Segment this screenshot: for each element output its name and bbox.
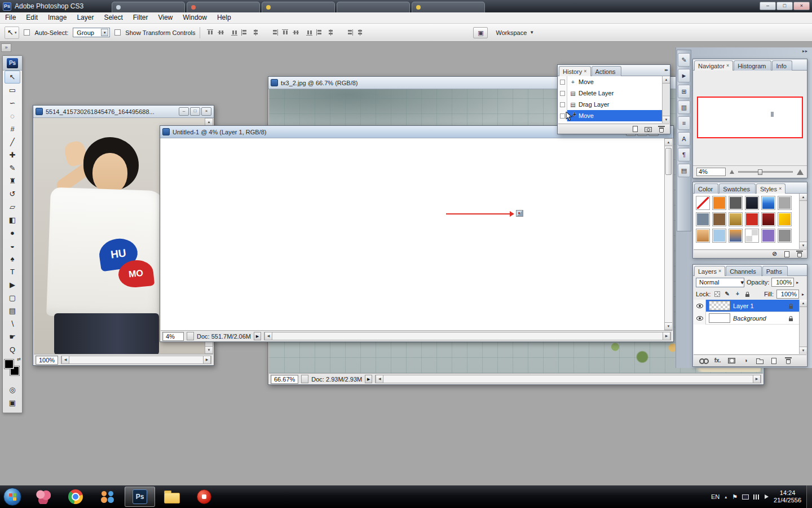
zoom-out-icon[interactable] [730, 170, 734, 174]
zoom-slider-thumb[interactable] [758, 169, 762, 175]
clone-stamp-tool[interactable]: ♜ [5, 174, 20, 187]
action-center-icon[interactable]: ⚑ [732, 493, 738, 501]
distribute-left-edges-icon[interactable] [316, 29, 324, 36]
zoom-tool[interactable]: Q [5, 343, 20, 356]
scroll-right-icon[interactable]: ▶ [203, 356, 211, 364]
new-style-icon[interactable] [783, 250, 791, 259]
style-transparent[interactable] [745, 229, 759, 243]
distribute-vertical-centers-icon[interactable] [292, 29, 300, 36]
info-panel-icon[interactable]: ▤ [678, 164, 690, 177]
swap-colors-icon[interactable]: ⇄ [17, 357, 21, 362]
horizontal-scrollbar[interactable]: ◀ ▶ [61, 356, 211, 364]
taskbar-red-app[interactable] [189, 487, 219, 507]
align-vertical-centers-icon[interactable] [217, 29, 225, 36]
horizontal-scrollbar[interactable]: ◀ ▶ [375, 375, 761, 383]
display-icon[interactable] [742, 494, 749, 500]
brush-tool[interactable]: ✎ [5, 161, 20, 174]
history-brush-tool[interactable]: ↺ [5, 187, 20, 200]
panel-tab[interactable]: Info [772, 60, 792, 71]
show-transform-controls-checkbox[interactable] [114, 29, 121, 36]
history-source-well[interactable] [558, 87, 567, 99]
volume-icon[interactable] [765, 494, 769, 499]
panel-tab[interactable]: Paths [762, 266, 788, 276]
panel-tab[interactable]: History× [559, 66, 591, 76]
scrollbar-thumb[interactable] [665, 148, 672, 175]
panel-tab[interactable]: Channels [726, 266, 761, 276]
layer-name[interactable]: Background [733, 315, 766, 322]
new-document-from-state-icon[interactable] [632, 125, 639, 133]
tool-presets-panel-icon[interactable]: ► [678, 69, 690, 82]
align-bottom-edges-icon[interactable] [230, 29, 239, 36]
close-button[interactable]: × [793, 2, 810, 10]
scroll-left-icon[interactable]: ◀ [264, 332, 272, 340]
style-purple[interactable] [761, 229, 775, 243]
auto-select-mode-dropdown[interactable]: Group ▾ [73, 28, 110, 37]
palette-well-toggle[interactable]: » [1, 43, 11, 52]
collapse-dock-icon[interactable]: ▸▸ [802, 49, 808, 54]
brushes-panel-icon[interactable]: ✎ [678, 53, 690, 67]
style-yellow[interactable] [778, 212, 792, 226]
fill-value[interactable]: 100% [776, 290, 799, 299]
menu-item[interactable]: Filter [128, 12, 153, 23]
distribute-bottom-edges-icon[interactable] [305, 29, 314, 36]
horizontal-scrollbar[interactable]: ◀ ▶ [264, 332, 671, 340]
menu-item[interactable]: Layer [72, 12, 99, 23]
layer-style-icon[interactable]: fx. [714, 357, 721, 365]
panel-scrollbar[interactable]: ▲ ▼ [799, 300, 806, 354]
lock-image-pixels-icon[interactable]: ✎ [723, 290, 731, 299]
style-blue-glass[interactable] [761, 196, 775, 210]
fill-slider-icon[interactable]: ▸ [802, 292, 804, 297]
minimize-button[interactable]: – [179, 107, 189, 116]
scroll-up-icon[interactable]: ▲ [800, 300, 807, 307]
document-window-untitled[interactable]: Untitled-1 @ 4% (Layer 1, RGB/8) – □ × ▲… [160, 125, 674, 342]
delete-style-icon[interactable] [796, 250, 803, 259]
panel-scrollbar[interactable]: ▲ ▼ [799, 194, 806, 249]
hand-tool[interactable]: ☛ [5, 330, 20, 343]
zoom-level[interactable]: 100% [36, 356, 58, 365]
auto-align-layers-icon[interactable] [356, 29, 364, 36]
distribute-horizontal-centers-icon[interactable] [326, 29, 335, 36]
visibility-toggle[interactable] [694, 300, 706, 312]
panel-menu-icon[interactable]: ▸▸ [665, 68, 668, 72]
foreground-color-swatch[interactable] [5, 360, 14, 369]
lock-all-icon[interactable] [744, 290, 751, 299]
start-button[interactable] [3, 488, 21, 506]
taskbar-people-app[interactable] [92, 487, 123, 507]
show-desktop-button[interactable] [806, 485, 812, 508]
history-state[interactable]: + Move [558, 76, 662, 87]
spot-healing-brush-tool[interactable]: ✚ [5, 148, 20, 161]
status-menu-button[interactable]: ▶ [254, 332, 261, 340]
navigator-zoom-input[interactable]: 4% [696, 168, 726, 176]
shape-tool[interactable]: ▢ [5, 291, 20, 304]
scroll-down-icon[interactable]: ▼ [205, 346, 213, 353]
close-panel-icon[interactable]: × [584, 68, 586, 76]
align-horizontal-centers-icon[interactable] [251, 29, 260, 36]
delete-state-icon[interactable] [657, 125, 665, 133]
style-dark-gray[interactable] [729, 196, 743, 210]
style-orange[interactable] [712, 196, 726, 210]
blend-mode-dropdown[interactable]: Normal ▾ [696, 278, 744, 287]
align-right-edges-icon[interactable] [270, 29, 279, 36]
distribute-right-edges-icon[interactable] [345, 29, 354, 36]
slice-tool[interactable]: ╱ [5, 135, 20, 148]
scroll-right-icon[interactable]: ▶ [753, 375, 761, 383]
menu-item[interactable]: Select [99, 12, 127, 23]
clear-style-icon[interactable]: ⊘ [771, 250, 778, 259]
add-layer-mask-icon[interactable] [728, 357, 735, 365]
type-tool[interactable]: T [5, 265, 20, 278]
layer-thumbnail[interactable] [709, 313, 730, 323]
adjustment-layer-icon[interactable]: ◑ [742, 357, 749, 365]
scroll-down-icon[interactable]: ▼ [665, 322, 672, 330]
style-brown[interactable] [712, 212, 726, 226]
layer-thumbnail[interactable] [709, 301, 730, 310]
canvas-untitled[interactable] [161, 138, 664, 330]
default-style[interactable] [696, 196, 710, 210]
maximize-button[interactable]: □ [776, 2, 793, 10]
tool-preset-picker[interactable]: ↖ ▾ [5, 27, 19, 39]
workspace-button[interactable]: Workspace ▼ [492, 28, 537, 37]
history-state[interactable]: ▤ Delete Layer [558, 87, 662, 99]
style-light-blue[interactable] [712, 229, 726, 243]
status-grip[interactable] [187, 332, 194, 340]
scroll-up-icon[interactable]: ▲ [800, 194, 807, 201]
align-top-edges-icon[interactable] [206, 29, 214, 36]
